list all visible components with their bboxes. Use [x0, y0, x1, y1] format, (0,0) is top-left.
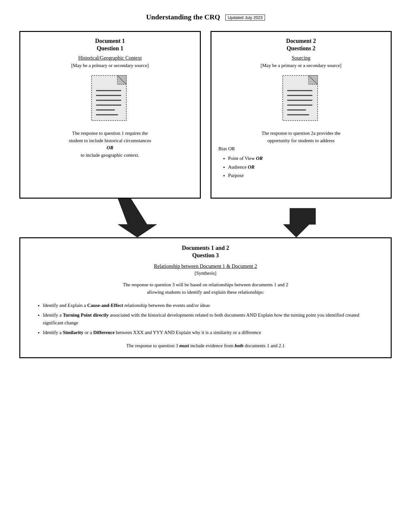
doc2-bullets-wrapper: Point of View OR Audience OR Purpose [219, 153, 384, 181]
doc2-sourcing-label: Sourcing [219, 55, 384, 61]
bottom-relationship: Relationship between Document 1 & Docume… [33, 263, 378, 269]
doc2-bullet1: Point of View OR [228, 155, 384, 162]
doc2-body-line1: The response to question 2a provides the [261, 131, 340, 136]
document1-box: Document 1 Question 1 Historical/Geograp… [19, 31, 201, 199]
bullet1-end: relationship between the events and/or i… [123, 303, 210, 308]
bottom-desc-line1: The response to question 3 will be based… [123, 282, 288, 287]
note-both: both [235, 343, 244, 348]
doc1-context-label: Historical/Geographic Context [27, 55, 193, 61]
note-start: The response to question 3 [126, 343, 180, 348]
doc2-icon [280, 73, 322, 124]
arrows-row [19, 199, 392, 237]
bottom-bullet2: Identify a Turning Point directly associ… [43, 311, 378, 327]
doc1-icon [89, 73, 131, 124]
doc2-title: Document 2 [219, 38, 384, 44]
bullet3-mid: or a [83, 330, 93, 335]
bottom-desc-line2: allowing students to identify and explai… [147, 290, 264, 295]
doc1-body-line1: The response to question 1 requires the [72, 131, 148, 136]
bottom-note: The response to question 3 must include … [33, 342, 378, 350]
bottom-title: Documents 1 and 2 [33, 245, 378, 251]
bullet1-bold: Cause-and-Effect [87, 303, 123, 308]
bullet2-start: Identify a [43, 312, 63, 318]
doc2-subtitle: Questions 2 [219, 45, 384, 52]
bullet3-end: between XXX and YYY AND Explain why it i… [115, 330, 261, 335]
doc2-bullet3: Purpose [228, 172, 384, 179]
bottom-bullet3: Identify a Similarity or a Difference be… [43, 329, 378, 336]
title-text: Understanding the CRQ [146, 13, 220, 21]
doc2-bracket: [May be a primary or a secondary source] [219, 63, 384, 68]
bullet1-start: Identify and Explain a [43, 303, 87, 308]
arrow-left [112, 199, 176, 239]
note-end: documents 1 and 2.1 [243, 343, 285, 348]
doc2-bullets-list: Point of View OR Audience OR Purpose [219, 155, 384, 179]
bullet3-bold2: Difference [93, 330, 114, 335]
arrow-right [277, 208, 316, 239]
bottom-subtitle: Question 3 [33, 252, 378, 259]
bottom-synthesis: [Synthesis] [33, 271, 378, 276]
big-arrow-left-svg [112, 199, 176, 237]
doc1-body: The response to question 1 requires the … [27, 130, 193, 159]
svg-marker-19 [118, 199, 157, 237]
page-container: Understanding the CRQ Updated July 2023 … [19, 13, 392, 358]
doc2-bullet2: Audience OR [228, 163, 384, 171]
doc1-title: Document 1 [27, 38, 193, 44]
doc1-or: OR [107, 145, 113, 150]
bottom-bullets-list: Identify and Explain a Cause-and-Effect … [33, 301, 378, 336]
doc2-icon-wrapper [219, 73, 384, 124]
updated-badge: Updated July 2023 [225, 15, 265, 21]
bullet3-bold1: Similarity [63, 330, 83, 335]
doc2-body-line2: opportunity for students to address [268, 138, 335, 143]
document2-box: Document 2 Questions 2 Sourcing [May be … [210, 31, 392, 199]
doc2-or1: OR [256, 156, 263, 161]
doc2-body: The response to question 2a provides the… [219, 130, 384, 144]
note-must: must [179, 343, 189, 348]
bullet3-start: Identify a [43, 330, 63, 335]
doc1-body-line2: student to include historical circumstan… [69, 138, 151, 143]
doc2-or2: OR [248, 164, 255, 170]
bottom-desc: The response to question 3 will be based… [33, 281, 378, 296]
doc2-bias: Bias OR [219, 146, 384, 152]
bottom-box: Documents 1 and 2 Question 3 Relationshi… [19, 237, 392, 358]
doc1-bracket: [May be a primary or secondary source] [27, 63, 193, 68]
doc1-body-line4: to include geographic context. [81, 153, 139, 158]
svg-marker-20 [283, 208, 316, 237]
doc1-icon-wrapper [27, 73, 193, 124]
doc1-subtitle: Question 1 [27, 45, 193, 52]
page-title: Understanding the CRQ Updated July 2023 [19, 13, 392, 21]
bullet2-bold: Turning Point directly [63, 312, 109, 318]
bottom-bullet1: Identify and Explain a Cause-and-Effect … [43, 301, 378, 309]
note-mid: include evidence from [189, 343, 235, 348]
doc2-bias-text: Bias OR [219, 146, 235, 151]
big-arrow-right-svg [277, 208, 316, 237]
top-row: Document 1 Question 1 Historical/Geograp… [19, 31, 392, 199]
